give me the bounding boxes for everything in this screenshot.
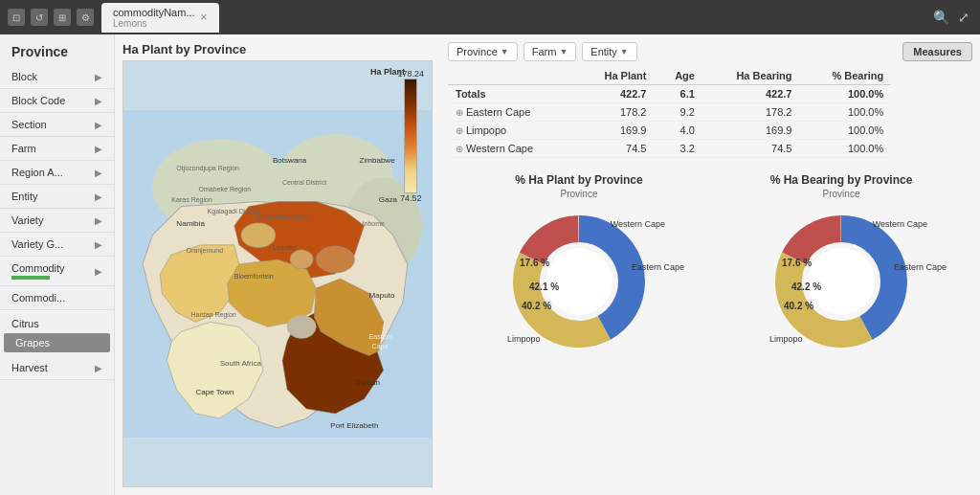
settings-icon[interactable]: ⚙ [77,9,94,26]
svg-text:Hardap Region: Hardap Region [190,311,235,319]
sidebar-item-entity[interactable]: Entity ▶ [0,185,114,209]
expand-icon[interactable]: ⤢ [955,9,972,26]
chart2-label-ec: Eastern Cape [894,262,947,272]
row-haplant: 178.2 [575,103,654,122]
arrow-icon: ▶ [95,72,102,82]
ha-plant-label: Ha Plant [370,67,405,77]
col-name [448,67,575,85]
content-area: Ha Plant by Province [115,34,980,495]
sidebar-item-harvest[interactable]: Harvest ▶ [0,356,114,380]
row-haplant: 74.5 [575,140,654,158]
upper-right: Province ▼ Farm ▼ Entity ▼ [448,42,972,158]
svg-text:Gaza: Gaza [379,195,398,204]
svg-text:Botswana: Botswana [273,156,307,165]
caret-icon: ▼ [559,47,568,56]
table-row: ⊕Limpopo 169.9 4.0 169.9 100.0% [448,122,891,140]
svg-text:Durban: Durban [355,378,380,387]
svg-text:Bloemfontein: Bloemfontein [234,273,274,280]
map-title: Ha Plant by Province [122,42,433,56]
caret-icon: ▼ [620,47,629,56]
map-container[interactable]: Cape Town Botswana Namibia Zimbabwe Gaza… [122,60,433,487]
sidebar-item-region[interactable]: Region A... ▶ [0,161,114,185]
measures-section: Measures [902,42,972,158]
expand-icon[interactable]: ⊕ [456,107,463,118]
sidebar-item-variety[interactable]: Variety ▶ [0,209,114,233]
sidebar-item-commodity[interactable]: Commodity ▶ [0,257,114,286]
nav-icon-3[interactable]: ⊞ [54,9,71,26]
active-tab[interactable]: commodityNam... Lemons × [101,3,219,33]
svg-text:Oranjemund: Oranjemund [186,247,223,255]
legend-min: 74.52 [400,193,422,203]
sidebar-item-section[interactable]: Section ▶ [0,113,114,137]
measures-button[interactable]: Measures [902,42,972,61]
svg-point-4 [287,315,316,338]
main-container: Province Block ▶ Block Code ▶ Section ▶ … [0,34,980,495]
sidebar-item-block[interactable]: Block ▶ [0,65,114,89]
svg-text:Inhome: Inhome [363,220,386,227]
svg-point-7 [241,223,276,248]
expand-icon[interactable]: ⊕ [456,144,463,154]
chart1-section: % Ha Plant by Province Province [456,173,702,358]
close-tab-button[interactable]: × [201,11,208,24]
row-name: ⊕Western Cape [448,140,575,158]
sidebar-item-commodi[interactable]: Commodi... [0,286,114,310]
table-row: Totals 422.7 6.1 422.7 100.0% [448,85,891,103]
data-table: Ha Plant Age Ha Bearing % Bearing Totals… [448,67,891,158]
expand-icon[interactable]: ⊕ [456,125,463,136]
svg-text:Cape Town: Cape Town [195,388,234,396]
map-svg: Cape Town Botswana Namibia Zimbabwe Gaza… [123,61,432,486]
arrow-icon: ▶ [95,215,102,226]
row-name: ⊕Limpopo [448,122,575,140]
row-age: 4.0 [654,122,702,140]
chart1-pct-wc: 17.6 % [520,258,549,268]
row-habearing: 422.7 [702,85,800,103]
svg-text:Port Elizabeth: Port Elizabeth [330,421,378,430]
topbar-right-icons: 🔍 ⤢ [932,9,972,26]
svg-text:Zimbabwe: Zimbabwe [360,156,396,165]
svg-point-6 [316,246,354,273]
row-haplant: 169.9 [575,122,654,140]
svg-text:Maputo: Maputo [369,291,395,300]
charts-row: % Ha Plant by Province Province [448,166,972,366]
svg-text:Namibia: Namibia [176,219,205,228]
sidebar-item-blockcode[interactable]: Block Code ▶ [0,89,114,113]
chart1-donut: Western Cape Eastern Cape Limpopo 17.6 %… [502,205,656,358]
row-name: ⊕Eastern Cape [448,103,575,122]
table-row: ⊕Western Cape 74.5 3.2 74.5 100.0% [448,140,891,158]
svg-point-5 [290,250,313,269]
farm-filter[interactable]: Farm ▼ [523,42,577,61]
chart2-section: % Ha Bearing by Province Province Wester… [718,173,965,358]
entity-filter[interactable]: Entity ▼ [582,42,636,61]
province-filter[interactable]: Province ▼ [448,42,518,61]
nav-icon-2[interactable]: ↺ [31,9,48,26]
commodity-citrus[interactable]: Citrus [0,314,114,333]
row-pctbearing: 100.0% [799,122,891,140]
row-pctbearing: 100.0% [799,140,891,158]
col-age: Age [654,67,702,85]
row-pctbearing: 100.0% [799,103,891,122]
row-habearing: 178.2 [702,103,800,122]
commodity-grapes[interactable]: Grapes [4,333,110,352]
svg-text:North West District: North West District [256,214,313,220]
sidebar: Province Block ▶ Block Code ▶ Section ▶ … [0,34,115,495]
arrow-icon: ▶ [95,239,102,250]
arrow-icon: ▶ [95,96,102,106]
nav-icon-1[interactable]: ⊡ [8,9,25,26]
tab-subtitle: Lemons [113,18,195,29]
row-pctbearing: 100.0% [799,85,891,103]
right-panel: Province ▼ Farm ▼ Entity ▼ [440,34,980,495]
chart1-pct-lim: 40.2 % [522,301,551,311]
map-section: Ha Plant by Province [115,34,440,495]
chart2-pct-lim: 40.2 % [784,301,813,311]
filter-row: Province ▼ Farm ▼ Entity ▼ [448,42,891,61]
col-pctbearing: % Bearing [799,67,891,85]
search-icon[interactable]: 🔍 [932,9,949,26]
commodity-list: Citrus Grapes [0,310,114,356]
row-haplant: 422.7 [575,85,654,103]
sidebar-item-farm[interactable]: Farm ▶ [0,137,114,161]
chart1-pct-ec: 42.1 % [529,281,559,292]
row-age: 9.2 [654,103,702,122]
chart1-subtitle: Province [561,189,598,199]
sidebar-item-varietyg[interactable]: Variety G... ▶ [0,233,114,257]
svg-text:Eastern: Eastern [369,333,392,340]
